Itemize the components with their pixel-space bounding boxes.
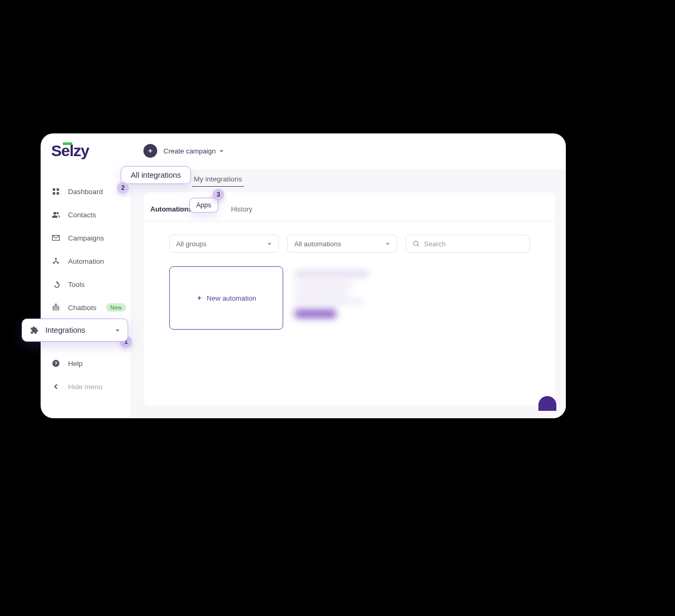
create-campaign-button[interactable]: Create campaign	[163, 147, 224, 155]
campaigns-icon	[51, 233, 61, 243]
svg-rect-4	[56, 192, 59, 195]
svg-rect-10	[53, 306, 59, 310]
create-campaign-plus-button[interactable]	[143, 144, 157, 158]
chevron-down-icon	[115, 326, 120, 334]
sidebar-item-help[interactable]: ? Help	[50, 352, 145, 375]
filter-automations-label: All automations	[294, 240, 341, 248]
header-actions: Create campaign	[143, 144, 224, 158]
svg-rect-1	[53, 188, 55, 191]
plus-icon	[147, 148, 153, 154]
filter-groups-select[interactable]: All groups	[169, 235, 279, 253]
sidebar-item-label: Hide menu	[68, 383, 102, 391]
chevron-left-icon	[51, 382, 61, 391]
panel: Automations Apps History Apps All groups…	[144, 192, 555, 406]
svg-point-0	[413, 241, 418, 245]
filter-automations-select[interactable]: All automations	[287, 235, 397, 253]
search-placeholder: Search	[424, 240, 446, 248]
svg-point-13	[55, 304, 56, 305]
tab-my-integrations[interactable]: My integrations	[192, 172, 245, 187]
new-badge: New	[106, 303, 126, 312]
annotation-badge-3: 3	[213, 189, 224, 200]
chat-bubble-icon[interactable]	[538, 396, 556, 411]
app-window: Selzy Create campaign All integrations M…	[41, 133, 566, 418]
new-automation-label: New automation	[207, 294, 256, 302]
sidebar: Dashboard Contacts Campaigns Automation …	[50, 180, 145, 398]
create-campaign-label: Create campaign	[163, 147, 216, 155]
sidebar-item-label: Dashboard	[68, 188, 103, 196]
sidebar-item-label: Tools	[68, 281, 85, 288]
filter-groups-label: All groups	[176, 240, 207, 248]
dashboard-icon	[51, 187, 61, 196]
tab-all-integrations[interactable]: All integrations	[121, 166, 191, 184]
sidebar-item-label: Contacts	[68, 211, 96, 219]
chevron-down-icon	[385, 241, 390, 246]
filters-row: All groups All automations Search	[169, 235, 530, 253]
new-automation-button[interactable]: New automation	[169, 266, 283, 330]
sidebar-item-chatbots[interactable]: Chatbots New	[50, 296, 145, 319]
chatbots-icon	[51, 303, 61, 312]
subtab-apps-label: Apps	[196, 201, 211, 209]
chevron-down-icon	[219, 148, 224, 153]
sidebar-item-label: Chatbots	[68, 304, 97, 312]
sidebar-item-contacts[interactable]: Contacts	[50, 203, 145, 226]
search-icon	[412, 240, 420, 247]
contacts-icon	[51, 210, 61, 219]
sidebar-item-hide-menu[interactable]: Hide menu	[50, 375, 145, 398]
sidebar-item-label: Automation	[68, 257, 104, 265]
sidebar-item-campaigns[interactable]: Campaigns	[50, 226, 145, 249]
svg-text:?: ?	[54, 361, 57, 366]
svg-rect-2	[56, 188, 59, 191]
plus-icon	[196, 295, 202, 301]
subtab-history[interactable]: History	[230, 202, 253, 216]
annotation-badge-2: 2	[117, 182, 129, 194]
subtab-apps[interactable]: Apps	[189, 198, 218, 213]
sidebar-item-label: Campaigns	[68, 234, 104, 242]
tools-icon	[51, 280, 61, 289]
svg-point-6	[56, 212, 59, 214]
search-input[interactable]: Search	[406, 235, 530, 253]
sidebar-item-tools[interactable]: Tools	[50, 273, 145, 296]
automation-icon	[51, 256, 61, 266]
automation-card-blurred	[292, 266, 406, 330]
svg-point-7	[55, 258, 56, 259]
sidebar-item-label: Integrations	[45, 326, 85, 334]
svg-point-11	[54, 307, 55, 309]
sidebar-item-label: Help	[68, 360, 83, 368]
brand-logo: Selzy	[51, 142, 89, 160]
sidebar-item-automation[interactable]: Automation	[50, 249, 145, 273]
svg-point-12	[56, 307, 57, 309]
logo-accent	[63, 142, 72, 145]
sidebar-item-integrations[interactable]: Integrations	[22, 319, 128, 342]
panel-divider	[144, 221, 555, 222]
svg-point-5	[53, 212, 56, 215]
svg-rect-3	[53, 192, 55, 195]
tab-all-integrations-label: All integrations	[131, 171, 181, 179]
puzzle-icon	[30, 325, 39, 335]
subtab-automations[interactable]: Automations	[149, 202, 193, 216]
chevron-down-icon	[267, 241, 272, 246]
cards-row: New automation	[169, 266, 406, 330]
help-icon: ?	[51, 359, 61, 368]
